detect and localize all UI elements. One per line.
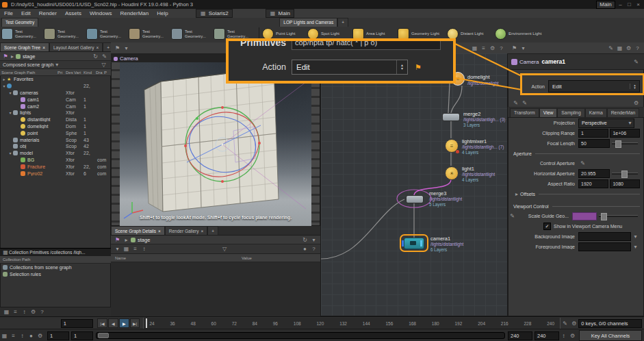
- tree-row-model[interactable]: ▾ model Xfor22,: [1, 150, 111, 157]
- list-icon[interactable]: ≡: [480, 45, 487, 52]
- gear-icon[interactable]: ⚙: [489, 45, 496, 52]
- edit-icon[interactable]: ✎: [579, 160, 587, 167]
- step-back-button[interactable]: ◀: [108, 318, 118, 328]
- channel-edit-icon[interactable]: ✎: [521, 99, 528, 107]
- tree-row-favorites[interactable]: ▸ ★ Favorites: [1, 76, 111, 83]
- primitives-field[interactable]: cop/npta tp/ natc( * | p o): [292, 41, 441, 50]
- close-tab-icon[interactable]: ×: [42, 45, 45, 50]
- action-dropdown[interactable]: Edit ▴ ▾: [548, 80, 640, 92]
- grid-icon[interactable]: ▦: [471, 45, 478, 52]
- tab-karma[interactable]: Karma: [585, 108, 607, 117]
- refresh-icon[interactable]: ↻: [92, 53, 99, 60]
- shelf-tool-test-geometry-5[interactable]: Test Geometry...: [171, 27, 214, 42]
- menu-windows[interactable]: Windows: [86, 10, 116, 16]
- go-to-end-button[interactable]: ▶|: [130, 318, 140, 328]
- key-all-channels-button[interactable]: Key All Channels: [579, 330, 642, 341]
- help-icon[interactable]: ?: [38, 308, 46, 316]
- maximize-button-icon[interactable]: □: [626, 1, 633, 8]
- chevron-down-icon[interactable]: ▾: [632, 243, 639, 251]
- chevron-down-icon[interactable]: ▾: [519, 45, 527, 52]
- gear-icon[interactable]: ⚙: [570, 320, 578, 327]
- clip-far-field[interactable]: 1e+06: [610, 129, 640, 138]
- pin-icon[interactable]: ⚑: [3, 53, 8, 60]
- node-merge2[interactable]: [442, 113, 460, 121]
- close-tab-icon[interactable]: ×: [158, 229, 161, 233]
- range-start-field[interactable]: 1: [47, 331, 69, 340]
- grid-icon[interactable]: ▦: [123, 245, 130, 253]
- list-icon[interactable]: ≡: [131, 245, 139, 253]
- updown-icon[interactable]: ↕: [18, 332, 26, 340]
- action-dropdown-zoomed[interactable]: Edit ▴ ▾: [292, 60, 408, 75]
- pane-pin-icon[interactable]: ⚑: [114, 45, 121, 52]
- viewport-right-toolbar[interactable]: [311, 62, 320, 225]
- shelf-tool-test-geometry-3[interactable]: Test Geometry...: [86, 27, 129, 42]
- play-button[interactable]: ▶: [119, 318, 129, 328]
- horizontal-aperture-field[interactable]: 20.955: [578, 169, 610, 178]
- snapshot-icon[interactable]: ●: [301, 245, 309, 253]
- display-flag[interactable]: [420, 240, 422, 247]
- help-icon[interactable]: ?: [310, 245, 318, 253]
- tree-row-materials[interactable]: materials Scop43: [1, 136, 111, 143]
- tab-layout-asset-gallery[interactable]: Layout Asset Gallery ×: [49, 42, 103, 51]
- range-end-field[interactable]: 240: [534, 331, 559, 340]
- chevron-down-icon[interactable]: ▾: [310, 236, 318, 244]
- aspect-width-field[interactable]: 1920: [578, 179, 608, 188]
- desktop-selector-solaris[interactable]: ▦ Solaris2: [196, 9, 233, 18]
- show-in-viewport-checkbox[interactable]: ✓: [543, 223, 551, 230]
- dot-icon[interactable]: ●: [27, 332, 35, 340]
- help-icon[interactable]: ?: [498, 45, 505, 52]
- tree-row-pyro02[interactable]: Pyro02 Xfor6com: [1, 170, 111, 177]
- channel-edit-icon[interactable]: ✎: [512, 99, 519, 107]
- chevron-down-icon[interactable]: ▾: [114, 245, 121, 253]
- node-lightmixer1[interactable]: ≡: [445, 139, 459, 153]
- filter-icon[interactable]: ▽: [100, 61, 107, 68]
- shelf-tool-environment-light[interactable]: Environment Light: [495, 27, 547, 42]
- grid-icon[interactable]: ▦: [3, 308, 10, 316]
- close-tab-icon[interactable]: ×: [201, 229, 204, 233]
- grid-icon[interactable]: ▦: [1, 332, 8, 340]
- updown-icon[interactable]: ↕: [560, 332, 567, 340]
- caret-right-icon[interactable]: ▸: [10, 53, 15, 60]
- gear-icon[interactable]: ⚙: [632, 99, 640, 107]
- tree-row-cam2[interactable]: cam2 Cam1: [1, 103, 111, 110]
- tab-scene-graph-tree[interactable]: Scene Graph Tree ×: [0, 42, 49, 51]
- horizontal-aperture-slider[interactable]: [612, 173, 638, 175]
- viewport-camera-label[interactable]: Camera: [120, 55, 138, 62]
- shelf-tab-lop-lights[interactable]: LOP Lights and Cameras: [279, 18, 337, 27]
- tree-view-mode-dropdown[interactable]: Composed scene graph: [3, 62, 53, 67]
- gear-icon[interactable]: ⚙: [625, 45, 632, 52]
- edit-icon[interactable]: ✎: [101, 53, 108, 60]
- network-canvas[interactable]: ☀ domelight /lights/domelight merge2 /li…: [321, 53, 507, 316]
- chevron-down-icon[interactable]: ▾: [54, 61, 60, 68]
- gear-icon[interactable]: ⚙: [29, 308, 37, 316]
- foreground-image-field[interactable]: [578, 242, 631, 251]
- scale-guide-field[interactable]: [572, 212, 597, 220]
- collection-row-scene-graph[interactable]: Collections from scene graph: [0, 264, 111, 270]
- projection-dropdown[interactable]: Perspective ▾: [578, 118, 634, 128]
- tree-row-lights[interactable]: ▾ lights Xfor: [1, 110, 111, 116]
- grid-icon[interactable]: ▦: [616, 45, 623, 52]
- menu-assets[interactable]: Assets: [61, 10, 86, 16]
- viewport-3d-canvas[interactable]: Shift+t to toggle lookAt mode. Shift+f t…: [120, 62, 311, 226]
- tab-render-gallery[interactable]: Render Gallery ×: [165, 226, 208, 235]
- menu-render[interactable]: Render: [35, 10, 61, 16]
- gear-icon[interactable]: ⚙: [569, 332, 576, 340]
- list-icon[interactable]: ≡: [12, 308, 19, 316]
- aspect-height-field[interactable]: 1080: [610, 179, 640, 188]
- list-icon[interactable]: ≡: [10, 332, 17, 340]
- offsets-collapsed-section[interactable]: ▸ Offsets: [508, 189, 644, 199]
- tab-sampling[interactable]: Sampling: [557, 108, 584, 117]
- tree-row-domelight[interactable]: domelight Dom1: [1, 123, 111, 130]
- timeline-ruler[interactable]: 2436 4860 7284 96108 120132 144156 16818…: [143, 318, 561, 329]
- pane-pin-icon[interactable]: ⚑: [511, 45, 518, 52]
- scale-guide-slider[interactable]: [599, 215, 638, 217]
- filter-icon[interactable]: ▽: [221, 245, 229, 253]
- tree-row-obj[interactable]: obj Scop42: [1, 143, 111, 150]
- node-light1[interactable]: ☀: [445, 166, 459, 180]
- tree-row-cam1[interactable]: cam1 Cam1: [1, 96, 111, 103]
- chevron-down-icon[interactable]: ▾: [632, 233, 639, 240]
- workspace-tab[interactable]: Main: [596, 1, 615, 9]
- close-tab-icon[interactable]: ×: [96, 45, 99, 50]
- focal-length-slider[interactable]: [612, 142, 638, 144]
- playhead-marker[interactable]: [146, 318, 147, 328]
